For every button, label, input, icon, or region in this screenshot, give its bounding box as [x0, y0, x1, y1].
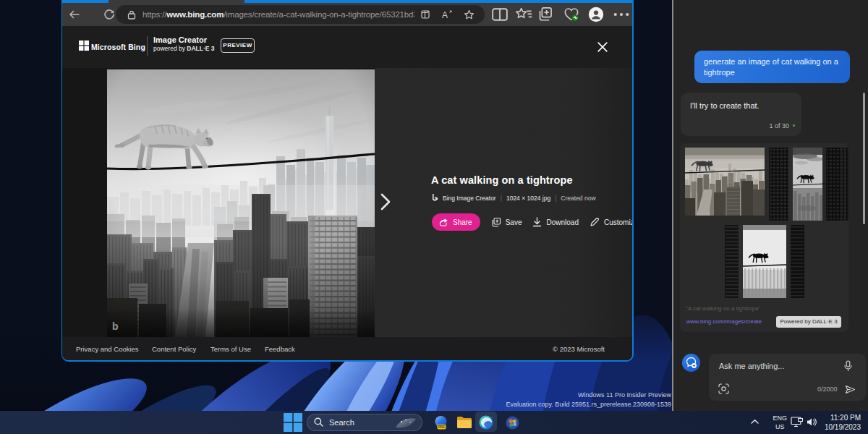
svg-text:PRE: PRE [438, 425, 444, 429]
svg-text:A: A [442, 10, 448, 20]
svg-text:b: b [112, 320, 119, 332]
